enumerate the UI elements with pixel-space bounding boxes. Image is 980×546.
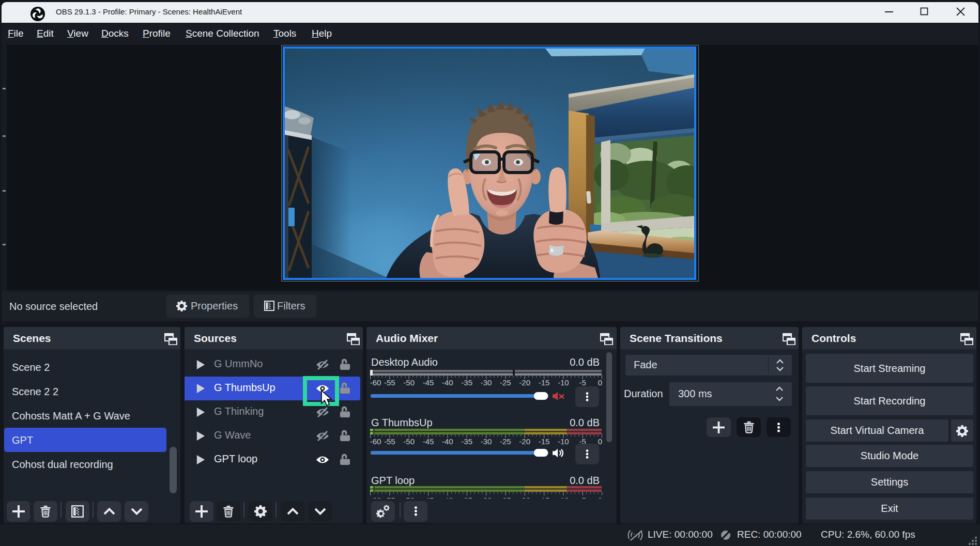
svg-text:-30: -30 — [481, 378, 492, 387]
svg-text:-50: -50 — [403, 437, 415, 446]
svg-text:-45: -45 — [423, 378, 434, 387]
svg-text:-35: -35 — [461, 378, 472, 387]
svg-text:-25: -25 — [500, 378, 511, 387]
svg-text:0: 0 — [598, 378, 602, 387]
svg-text:-10: -10 — [558, 378, 569, 387]
svg-text:-55: -55 — [384, 496, 395, 498]
svg-text:-35: -35 — [461, 496, 472, 498]
svg-text:-40: -40 — [442, 437, 453, 446]
svg-text:-20: -20 — [519, 437, 530, 446]
svg-text:-20: -20 — [519, 496, 530, 498]
svg-text:-55: -55 — [384, 378, 395, 387]
svg-text:-30: -30 — [481, 496, 492, 498]
svg-text:-40: -40 — [442, 496, 453, 498]
svg-text:-45: -45 — [423, 437, 434, 446]
svg-text:-15: -15 — [539, 437, 550, 446]
svg-text:-50: -50 — [403, 496, 415, 498]
svg-text:-40: -40 — [442, 378, 453, 387]
svg-text:0: 0 — [598, 496, 602, 498]
svg-text:-10: -10 — [558, 496, 569, 498]
svg-text:-50: -50 — [403, 378, 415, 387]
svg-text:-5: -5 — [579, 496, 586, 498]
svg-text:-25: -25 — [500, 437, 511, 446]
svg-text:-25: -25 — [500, 496, 511, 498]
svg-text:-5: -5 — [579, 378, 586, 387]
svg-text:-60: -60 — [370, 378, 381, 387]
svg-text:-20: -20 — [519, 378, 530, 387]
svg-text:-60: -60 — [370, 437, 381, 446]
svg-text:-15: -15 — [539, 496, 550, 498]
svg-text:-30: -30 — [481, 437, 492, 446]
svg-text:-60: -60 — [370, 496, 381, 498]
svg-text:0: 0 — [598, 437, 602, 446]
svg-text:-45: -45 — [423, 496, 434, 498]
svg-text:-55: -55 — [384, 437, 395, 446]
svg-text:-35: -35 — [461, 437, 472, 446]
svg-text:-10: -10 — [558, 437, 569, 446]
svg-text:-15: -15 — [539, 378, 550, 387]
